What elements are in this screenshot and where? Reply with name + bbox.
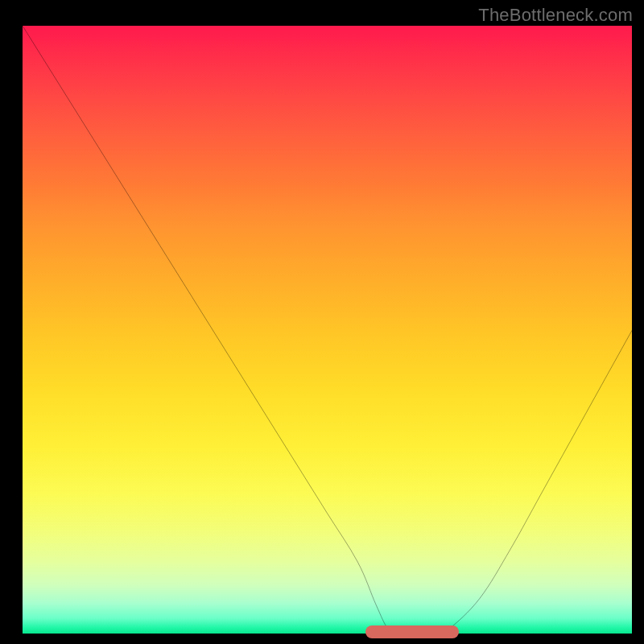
chart-frame: TheBottleneck.com: [0, 0, 644, 644]
plot-area: [23, 26, 632, 634]
watermark-text: TheBottleneck.com: [478, 5, 633, 26]
accent-trough-marker: [365, 625, 459, 638]
bottleneck-curve: [23, 26, 632, 635]
